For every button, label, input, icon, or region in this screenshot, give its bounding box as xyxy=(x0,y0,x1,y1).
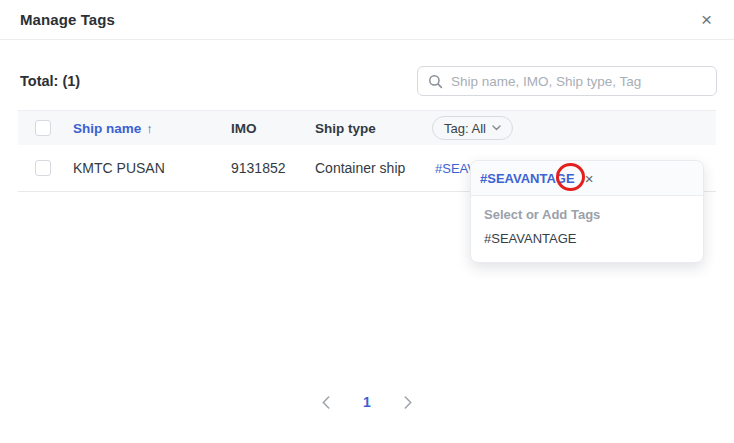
imo-header: IMO xyxy=(231,111,257,145)
pagination: 1 xyxy=(0,392,734,412)
imo-value: 9131852 xyxy=(231,160,286,176)
ship-type-header: Ship type xyxy=(315,111,376,145)
total-count-label: Total: (1) xyxy=(20,73,80,89)
row-checkbox-cell xyxy=(35,145,51,191)
ship-name-header[interactable]: Ship name ↑ xyxy=(73,111,153,145)
selected-tag-label: #SEAVANTAGE xyxy=(480,171,575,186)
tag-filter-cell: Tag: All xyxy=(432,111,513,145)
ship-type-cell: Container ship xyxy=(315,145,405,191)
chevron-down-icon xyxy=(492,125,501,131)
next-page-button[interactable] xyxy=(400,394,416,411)
manage-tags-modal: Manage Tags × Total: (1) Ship name ↑ IMO… xyxy=(0,0,734,443)
tag-option[interactable]: #SEAVANTAGE xyxy=(484,231,690,246)
close-icon[interactable]: × xyxy=(697,8,716,31)
tag-filter-label: Tag: All xyxy=(444,121,486,136)
search-input[interactable] xyxy=(451,74,706,89)
ship-name-cell: KMTC PUSAN xyxy=(73,145,165,191)
chevron-right-icon xyxy=(404,396,412,409)
remove-tag-icon[interactable]: × xyxy=(582,170,597,187)
modal-header: Manage Tags × xyxy=(0,0,734,40)
chevron-left-icon xyxy=(322,396,330,409)
tag-popup-body: Select or Add Tags #SEAVANTAGE xyxy=(471,196,703,262)
tag-input-area[interactable]: #SEAVANTAGE × xyxy=(471,161,703,196)
tag-popup-hint: Select or Add Tags xyxy=(484,207,690,222)
ship-type-value: Container ship xyxy=(315,160,405,176)
imo-cell: 9131852 xyxy=(231,145,286,191)
ship-type-header-label: Ship type xyxy=(315,121,376,136)
ship-name-value: KMTC PUSAN xyxy=(73,160,165,176)
search-icon xyxy=(428,74,443,89)
previous-page-button[interactable] xyxy=(318,394,334,411)
sort-ascending-icon: ↑ xyxy=(146,121,153,136)
row-checkbox[interactable] xyxy=(35,160,51,176)
select-all-checkbox[interactable] xyxy=(35,120,51,136)
ship-name-header-label: Ship name xyxy=(73,121,141,136)
search-box[interactable] xyxy=(417,66,717,96)
page-number-1[interactable]: 1 xyxy=(359,392,375,412)
tag-filter-dropdown[interactable]: Tag: All xyxy=(432,116,513,140)
select-all-cell xyxy=(35,111,51,145)
tag-editor-popup: #SEAVANTAGE × Select or Add Tags #SEAVAN… xyxy=(470,160,704,263)
imo-header-label: IMO xyxy=(231,121,257,136)
modal-title: Manage Tags xyxy=(20,11,115,28)
table-header-row: Ship name ↑ IMO Ship type Tag: All xyxy=(18,110,716,145)
